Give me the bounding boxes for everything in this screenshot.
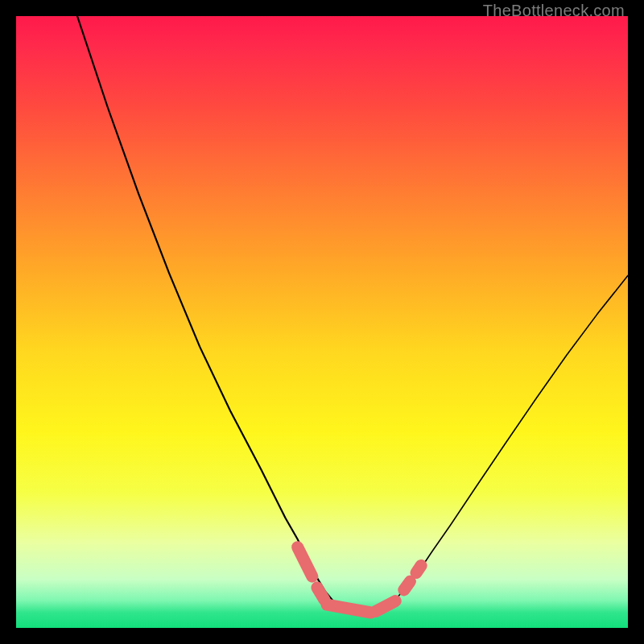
- marker-region-seg-5: [416, 565, 421, 572]
- marker-region-seg-1: [317, 588, 324, 600]
- chart-frame: [16, 16, 628, 628]
- marker-region-seg-4: [404, 581, 411, 590]
- marker-region-seg-2: [327, 605, 371, 613]
- chart-plot: [16, 16, 628, 628]
